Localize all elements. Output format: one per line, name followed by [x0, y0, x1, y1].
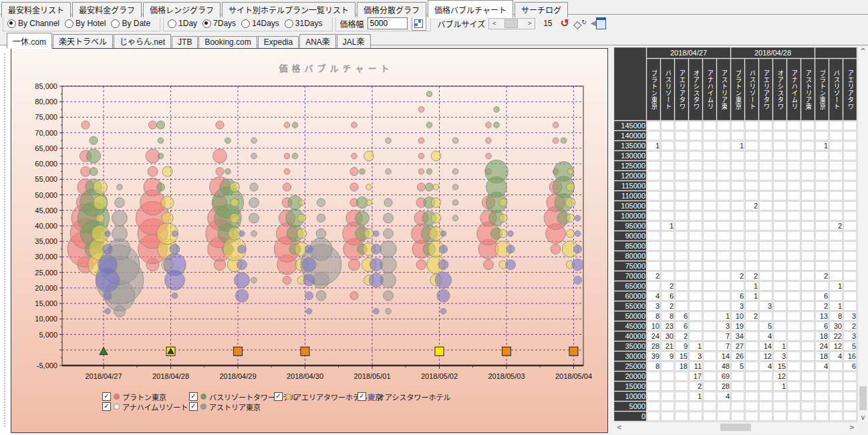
- count-cell: [773, 291, 786, 301]
- bubble: [485, 160, 508, 183]
- main-tab-bar: 最安料金リスト最安料金グラフ価格レンジグラフサイト別ホテルプラン一覧リスト価格分…: [0, 0, 868, 15]
- count-cell: [717, 241, 730, 251]
- by-option-2[interactable]: By Date: [111, 19, 150, 28]
- channel-tab-2[interactable]: じゃらん.net: [114, 34, 171, 48]
- main-tab-6[interactable]: サーチログ: [515, 2, 568, 17]
- bubble: [90, 136, 98, 144]
- count-cell: [717, 121, 730, 130]
- price-bubble-chart: -5,0005,00010,00015,00020,00025,00030,00…: [11, 49, 607, 432]
- count-cell: 6: [843, 361, 857, 371]
- count-cell: [717, 161, 730, 170]
- spinner-left-icon[interactable]: <: [489, 20, 499, 27]
- count-cell: [787, 191, 801, 200]
- bubble: [452, 138, 458, 144]
- count-cell: [703, 261, 716, 271]
- main-tab-2[interactable]: 価格レンジグラフ: [143, 2, 221, 17]
- count-cell: [787, 271, 801, 281]
- channel-tab-7[interactable]: JAL楽: [337, 34, 371, 48]
- bubble-size-spinner[interactable]: < >: [488, 18, 535, 29]
- by-option-1[interactable]: By Hotel: [65, 19, 106, 28]
- spinner-track[interactable]: [499, 19, 525, 28]
- svg-text:40,000: 40,000: [35, 222, 57, 230]
- count-cell: [689, 161, 702, 170]
- price-band-input[interactable]: [368, 17, 408, 29]
- count-cell: [689, 141, 702, 150]
- grid-apply-icon[interactable]: [412, 16, 426, 31]
- count-cell: [703, 392, 716, 401]
- count-cell: [689, 191, 702, 200]
- count-cell: [689, 231, 702, 241]
- period-option-1[interactable]: 7Days: [202, 19, 236, 28]
- count-cell: [843, 291, 857, 301]
- scroll-up-icon[interactable]: ^: [858, 47, 868, 56]
- bubble: [452, 215, 458, 221]
- count-cell: [703, 301, 716, 311]
- scroll-left-icon[interactable]: <: [615, 423, 624, 432]
- channel-tab-1[interactable]: 楽天トラベル: [53, 34, 113, 48]
- table-horizontal-scrollbar[interactable]: < >: [613, 422, 858, 433]
- count-cell: [815, 131, 829, 140]
- count-cell: [745, 181, 758, 190]
- by-option-0[interactable]: By Channel: [7, 19, 59, 28]
- count-cell: 1: [829, 301, 843, 311]
- count-cell: [689, 131, 702, 140]
- count-cell: [787, 251, 801, 261]
- undo-icon[interactable]: ↺: [561, 18, 569, 29]
- count-cell: 30: [829, 321, 843, 331]
- left-splitter[interactable]: [0, 45, 11, 435]
- bubble: [553, 122, 559, 128]
- count-cell: 14: [759, 341, 772, 351]
- count-cell: [759, 412, 772, 421]
- count-cell: 5: [759, 321, 772, 331]
- spinner-right-icon[interactable]: >: [525, 20, 535, 27]
- legend-checkbox[interactable]: ✓: [189, 402, 198, 411]
- count-cell: 9: [661, 351, 674, 361]
- by-option-2-label: By Date: [122, 19, 150, 28]
- table-vertical-scrollbar[interactable]: ^ v: [857, 47, 868, 422]
- count-cell: [689, 221, 702, 231]
- channel-tab-6[interactable]: ANA楽: [299, 34, 336, 48]
- svg-text:25,000: 25,000: [35, 269, 57, 277]
- bubble: [104, 291, 112, 299]
- legend-checkbox[interactable]: ✓: [102, 392, 111, 401]
- main-tab-5[interactable]: 価格バブルチャート: [428, 0, 513, 18]
- scroll-down-icon[interactable]: v: [858, 413, 868, 422]
- count-cell: 1: [647, 141, 660, 150]
- date-marker-square: [301, 347, 309, 355]
- hscroll-thumb[interactable]: [720, 424, 751, 431]
- bubble: [486, 138, 492, 144]
- period-option-3[interactable]: 31Days: [285, 19, 323, 28]
- period-option-2[interactable]: 14Days: [241, 19, 279, 28]
- count-cell: [773, 221, 786, 231]
- main-tab-0[interactable]: 最安料金リスト: [1, 2, 71, 17]
- price-row-label: 135000: [614, 141, 646, 150]
- legend-checkbox[interactable]: ✓: [189, 392, 198, 401]
- import-table-icon[interactable]: ◀: [591, 17, 606, 29]
- legend-checkbox[interactable]: ✓: [357, 392, 366, 401]
- period-option-0[interactable]: 1Day: [168, 19, 197, 28]
- vscroll-thumb[interactable]: [859, 386, 867, 410]
- legend-checkbox[interactable]: ✓: [274, 392, 283, 401]
- rotate-tag-icon[interactable]: ◇↻: [573, 17, 587, 30]
- main-tab-3[interactable]: サイト別ホテルプラン一覧リスト: [222, 2, 355, 17]
- channel-tab-3[interactable]: JTB: [172, 36, 198, 48]
- count-cell: [759, 181, 772, 190]
- count-cell: [787, 211, 801, 221]
- channel-tab-0[interactable]: 一休.com: [7, 33, 52, 49]
- main-tab-4[interactable]: 価格分散グラフ: [357, 2, 426, 17]
- count-cell: [745, 251, 758, 261]
- channel-tab-5[interactable]: Expedia: [258, 36, 299, 48]
- scroll-right-icon[interactable]: >: [847, 423, 857, 432]
- count-cell: [773, 251, 786, 261]
- count-cell: [703, 141, 716, 150]
- count-cell: [773, 151, 786, 160]
- count-cell: [661, 271, 674, 281]
- count-cell: 13: [815, 311, 829, 321]
- main-tab-1[interactable]: 最安料金グラフ: [72, 2, 142, 17]
- legend-checkbox[interactable]: ✓: [102, 402, 111, 411]
- price-row-label: 75000: [614, 261, 646, 271]
- spinner-thumb[interactable]: [504, 19, 518, 28]
- channel-tab-4[interactable]: Booking.com: [198, 36, 257, 48]
- count-cell: [815, 251, 829, 261]
- count-cell: [675, 291, 688, 301]
